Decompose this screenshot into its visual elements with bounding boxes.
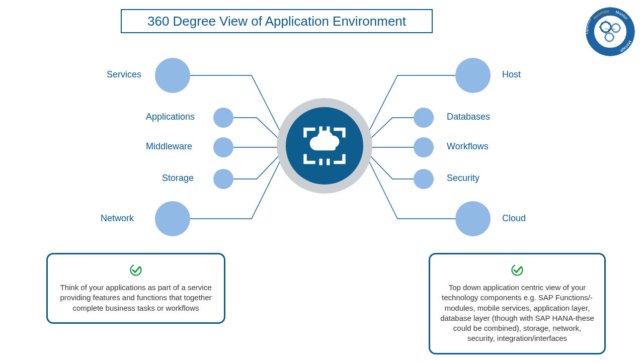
svg-point-33 bbox=[128, 262, 143, 278]
label-network: Network bbox=[101, 213, 134, 224]
label-applications: Applications bbox=[146, 112, 195, 122]
page-title: 360 Degree View of Application Environme… bbox=[147, 14, 406, 29]
svg-line-16 bbox=[602, 30, 603, 31]
node-network bbox=[155, 201, 190, 236]
label-storage: Storage bbox=[162, 173, 194, 184]
node-cloud bbox=[455, 201, 491, 236]
callout-left-text: Think of your applications as part of a … bbox=[58, 283, 214, 313]
hub-inner bbox=[286, 107, 363, 185]
svg-point-34 bbox=[510, 262, 525, 278]
hub bbox=[277, 98, 372, 194]
svg-line-15 bbox=[608, 23, 610, 25]
svg-line-13 bbox=[602, 23, 603, 25]
page-title-box: 360 Degree View of Application Environme… bbox=[121, 9, 433, 33]
label-middleware: Middleware bbox=[146, 141, 192, 152]
node-middleware bbox=[213, 137, 233, 157]
callout-left: Think of your applications as part of a … bbox=[46, 253, 225, 324]
branding-logo-text: IT-Conductor bbox=[605, 28, 616, 30]
callout-right: Top down application centric view of you… bbox=[429, 253, 606, 354]
node-applications bbox=[213, 108, 233, 128]
label-databases: Databases bbox=[447, 112, 490, 122]
node-host bbox=[455, 58, 491, 93]
label-cloud: Cloud bbox=[502, 213, 526, 224]
label-host: Host bbox=[502, 69, 521, 80]
svg-point-5 bbox=[595, 17, 626, 47]
label-services: Services bbox=[107, 69, 141, 80]
cloud-infrastructure-icon bbox=[297, 118, 352, 173]
check-circle-icon bbox=[128, 262, 143, 278]
check-circle-icon bbox=[510, 262, 525, 278]
label-workflows: Workflows bbox=[447, 141, 489, 152]
node-workflows bbox=[414, 137, 434, 157]
node-storage bbox=[213, 169, 233, 189]
branding-wheel: Automate Monitor Manage Optimize IT-Cond… bbox=[583, 4, 638, 59]
callout-right-text: Top down application centric view of you… bbox=[440, 283, 594, 344]
node-databases bbox=[414, 108, 434, 128]
node-services bbox=[155, 58, 190, 93]
label-security: Security bbox=[447, 173, 479, 184]
node-security bbox=[414, 169, 434, 189]
